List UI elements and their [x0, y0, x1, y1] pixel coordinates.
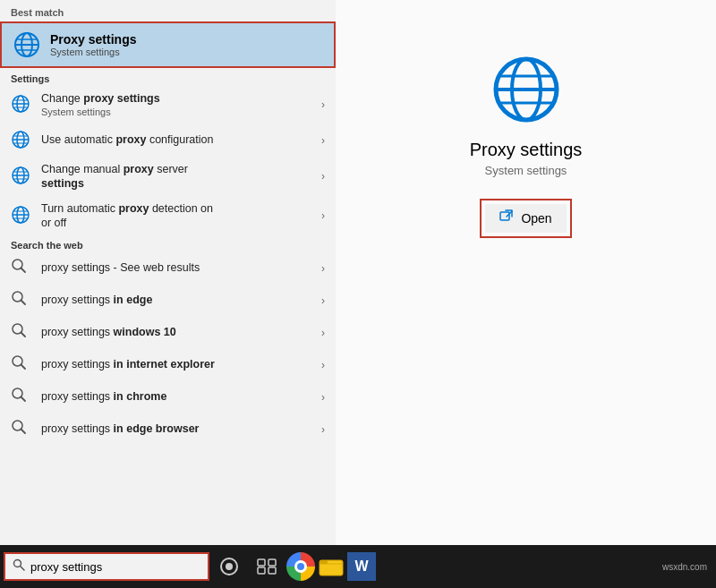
list-item-search-6[interactable]: proxy settings in edge browser › [0, 413, 336, 446]
list-item-change-proxy[interactable]: Change proxy settings System settings › [0, 86, 336, 124]
settings-section-divider: Settings [0, 68, 336, 86]
search-icon-6 [11, 419, 32, 440]
svg-line-30 [21, 332, 26, 337]
taskbar-search-icon [13, 558, 25, 575]
right-app-title: Proxy settings [470, 140, 583, 160]
list-item-search-4[interactable]: proxy settings in internet explorer › [0, 349, 336, 381]
chevron-icon-s6: › [321, 423, 325, 436]
search-icon-5 [11, 387, 32, 408]
app-icon [490, 54, 562, 125]
settings-section-label: Settings [11, 73, 49, 84]
list-item-search-1[interactable]: proxy settings - See web results › [0, 252, 336, 285]
chevron-icon-1: › [321, 98, 325, 111]
list-item-search-2[interactable]: proxy settings in edge › [0, 285, 336, 317]
taskbar-explorer-icon[interactable] [317, 552, 345, 581]
list-item-manual-proxy[interactable]: Change manual proxy serversettings › [0, 157, 336, 197]
chevron-icon-s5: › [321, 391, 325, 404]
taskbar-word-icon[interactable]: W [347, 552, 376, 581]
taskbar-chrome-icon[interactable] [286, 552, 315, 581]
chevron-icon-2: › [321, 134, 325, 147]
taskbar: W wsxdn.com [0, 545, 716, 588]
taskbar-chrome-dot [297, 563, 304, 570]
globe-icon-small-3 [11, 166, 32, 187]
search-text-3: proxy settings windows 10 [41, 325, 318, 339]
svg-line-26 [21, 268, 26, 272]
list-item-toggle-proxy[interactable]: Turn automatic proxy detection onor off … [0, 196, 336, 236]
taskbar-word-label: W [354, 558, 368, 575]
list-item-search-5[interactable]: proxy settings in chrome › [0, 381, 336, 413]
open-button-wrapper: Open [480, 199, 571, 238]
manual-proxy-text: Change manual proxy serversettings [41, 162, 318, 192]
search-icon-1 [11, 258, 32, 279]
svg-rect-48 [258, 559, 265, 566]
svg-point-47 [226, 563, 233, 570]
globe-icon-small-2 [11, 130, 32, 151]
open-button-label: Open [521, 211, 551, 226]
search-icon-3 [11, 322, 32, 344]
search-text-2: proxy settings in edge [41, 293, 318, 307]
search-web-section-label: Search the web [0, 236, 336, 252]
chevron-icon-4: › [321, 209, 325, 222]
svg-rect-51 [268, 567, 276, 574]
best-match-subtitle: System settings [50, 47, 136, 57]
list-item-search-3[interactable]: proxy settings windows 10 › [0, 317, 336, 349]
search-icon-2 [11, 290, 32, 311]
svg-line-34 [21, 396, 26, 401]
globe-icon-small-1 [11, 94, 32, 115]
right-panel: Proxy settings System settings Open [336, 0, 716, 545]
taskbar-cortana-btn[interactable] [211, 549, 247, 584]
svg-line-36 [21, 429, 26, 433]
search-text-6: proxy settings in edge browser [41, 422, 318, 436]
taskbar-wsxdn-label: wsxdn.com [662, 562, 712, 572]
svg-line-45 [21, 567, 25, 571]
taskbar-search-input[interactable] [30, 560, 200, 574]
taskbar-chrome-inner [294, 560, 307, 573]
open-button[interactable]: Open [485, 204, 566, 233]
best-match-label: Best match [0, 0, 336, 21]
best-match-text: Proxy settings System settings [50, 32, 136, 57]
search-text-1: proxy settings - See web results [41, 260, 318, 275]
svg-line-32 [21, 364, 26, 369]
search-icon-4 [11, 354, 32, 376]
globe-icon-small-4 [11, 205, 32, 226]
best-match-item[interactable]: Proxy settings System settings [0, 21, 336, 68]
svg-rect-53 [320, 560, 328, 564]
search-text-4: proxy settings in internet explorer [41, 357, 318, 371]
svg-rect-49 [268, 559, 276, 566]
svg-rect-50 [258, 567, 265, 574]
chevron-icon-3: › [321, 170, 325, 183]
svg-line-28 [21, 300, 26, 304]
open-icon [499, 209, 514, 227]
chevron-icon-s2: › [321, 294, 325, 307]
globe-icon [13, 30, 41, 59]
auto-proxy-text: Use automatic proxy configuration [41, 132, 318, 147]
chevron-icon-s1: › [321, 262, 325, 275]
right-app-subtitle: System settings [485, 164, 567, 177]
best-match-title: Proxy settings [50, 32, 136, 47]
left-panel: Best match Proxy settings System setting… [0, 0, 336, 545]
taskbar-taskview-btn[interactable] [249, 549, 285, 584]
change-proxy-text: Change proxy settings System settings [41, 91, 318, 119]
search-text-5: proxy settings in chrome [41, 389, 318, 404]
chevron-icon-s4: › [321, 359, 325, 371]
toggle-proxy-text: Turn automatic proxy detection onor off [41, 201, 318, 231]
taskbar-search-box[interactable] [4, 552, 209, 581]
chevron-icon-s3: › [321, 327, 325, 339]
list-item-auto-proxy[interactable]: Use automatic proxy configuration › [0, 124, 336, 157]
